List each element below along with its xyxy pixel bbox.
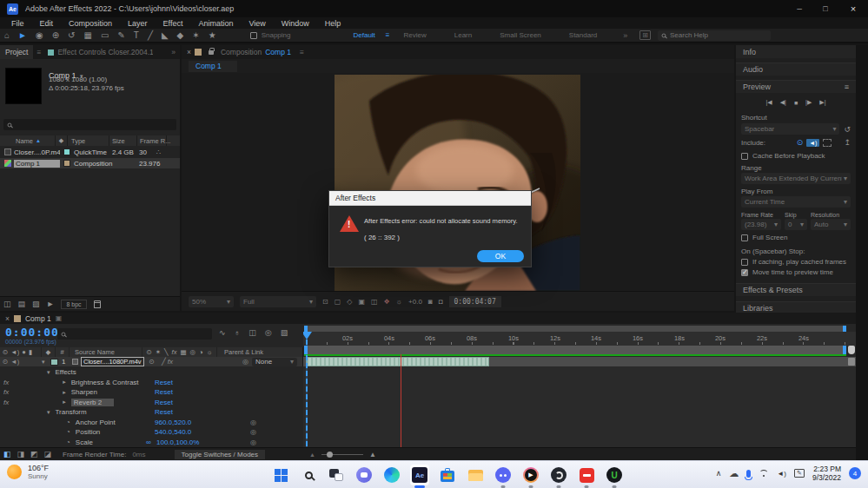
skip-select[interactable]: 0▾ <box>785 219 807 230</box>
project-search-input[interactable] <box>16 121 163 129</box>
rotation-tool-icon[interactable]: ↺ <box>68 28 75 43</box>
interpret-footage-icon[interactable]: ◫ <box>3 300 11 308</box>
effect-row-sharpen[interactable]: fx ▸ Sharpen Reset <box>0 387 303 398</box>
full-screen-checkbox[interactable] <box>741 234 748 241</box>
graph-editor-icon[interactable]: ▧ <box>281 328 288 337</box>
wifi-icon[interactable] <box>759 470 769 478</box>
eraser-tool-icon[interactable]: ◆ <box>177 28 184 43</box>
media-player-icon[interactable]: ▶ <box>521 465 540 485</box>
share-icon[interactable]: ↥ <box>844 138 851 147</box>
exposure-gear-icon[interactable]: ☼ <box>396 298 402 306</box>
tray-chevron-up-icon[interactable]: ∧ <box>716 469 722 478</box>
layer-source-name[interactable]: Closer....1080P.m4v <box>81 357 144 366</box>
blend-modes-icon[interactable]: ◪ <box>44 450 52 458</box>
workspace-review[interactable]: Review <box>404 31 427 39</box>
track-options-icon[interactable] <box>848 358 855 366</box>
help-search[interactable] <box>658 30 771 41</box>
workspace-learn[interactable]: Learn <box>454 31 472 39</box>
workspace-small-screen[interactable]: Small Screen <box>500 31 541 39</box>
home-tool-icon[interactable]: ⌂ <box>4 28 10 43</box>
toggle-switches-button[interactable]: Toggle Switches / Modes <box>175 450 266 459</box>
layer-pickwhip-icon[interactable]: ◎ <box>242 358 248 366</box>
project-row-footage[interactable]: Closer....0P.m4v QuickTime 2.4 GB 30 ∴ <box>0 147 180 157</box>
menu-file[interactable]: File <box>3 19 32 28</box>
work-area-end-handle[interactable] <box>843 326 846 332</box>
expressvpn-icon[interactable] <box>577 465 596 485</box>
composition-cache-icon[interactable]: ◧ <box>3 450 11 458</box>
viewer-subtab[interactable]: Comp 1 <box>189 61 237 72</box>
minimize-button[interactable]: ─ <box>786 5 812 13</box>
pen-input-icon[interactable]: ✎ <box>794 469 805 478</box>
menu-window[interactable]: Window <box>274 19 317 28</box>
viewer-tab-close-icon[interactable]: × <box>187 48 191 56</box>
rotobrush-tool-icon[interactable]: ✶ <box>192 28 199 43</box>
viewer-tab-label[interactable]: Composition <box>221 48 262 56</box>
last-frame-button[interactable]: ▶| <box>819 99 825 106</box>
cache-before-playback-checkbox[interactable] <box>741 153 748 160</box>
motion-blur-icon[interactable]: ◎ <box>265 328 272 337</box>
panel-audio[interactable]: Audio <box>736 63 856 76</box>
layer-row[interactable]: ⊙ ◄) ▾ 1 Closer....1080P.m4v ⊙ ╱ fx ◎ No… <box>0 357 303 366</box>
project-panel-menu-icon[interactable]: ≡ <box>33 48 44 56</box>
parent-select[interactable]: None▾ <box>252 358 297 366</box>
project-flowchart-icon[interactable]: ► <box>47 300 55 308</box>
reset-transform-link[interactable]: Reset <box>155 408 173 416</box>
camera-tool-icon[interactable]: ▦ <box>83 28 91 43</box>
group-chevron-icon[interactable]: ▾ <box>47 409 50 416</box>
zoom-out-mountain-icon[interactable]: ▲ <box>309 452 315 458</box>
col-frame-rate[interactable]: Frame R... <box>140 137 170 145</box>
anchor-point-value[interactable]: 960.0,520.0 <box>155 419 191 426</box>
group-chevron-icon[interactable]: ▾ <box>47 369 50 376</box>
expand-layers-icon[interactable]: ◨ <box>17 450 25 458</box>
pickwhip-icon[interactable]: ◎ <box>250 428 256 436</box>
channel-icon[interactable]: ❖ <box>384 298 390 306</box>
timeline-search-input[interactable] <box>70 330 200 338</box>
obs-icon[interactable] <box>549 465 568 485</box>
row-chevron-icon[interactable]: ▸ <box>63 379 66 386</box>
resolution-preview-select[interactable]: Auto▾ <box>811 219 851 230</box>
maximize-button[interactable]: □ <box>812 4 838 13</box>
layer-duration-bar[interactable] <box>306 357 489 366</box>
comp-mini-flowchart-icon[interactable]: ∿ <box>219 328 226 337</box>
stopwatch-icon[interactable]: ◔ <box>66 419 70 426</box>
timeline-tab-label[interactable]: Comp 1 <box>25 314 51 323</box>
volume-icon[interactable]: ◄) <box>777 470 786 478</box>
tab-overflow-icon[interactable]: » <box>167 48 180 56</box>
first-frame-button[interactable]: |◀ <box>765 99 772 106</box>
transparency-grid-icon[interactable]: ▣ <box>358 298 365 306</box>
include-overlays-icon[interactable] <box>823 139 832 147</box>
puppet-tool-icon[interactable]: ★ <box>209 28 216 43</box>
stopwatch-icon[interactable]: ◔ <box>66 428 70 436</box>
prop-row-scale[interactable]: ◔ Scale ∞ 100.0,100.0% ◎ <box>0 438 303 448</box>
resolution-select[interactable]: Full▾ <box>240 296 316 307</box>
microphone-icon[interactable] <box>746 470 751 478</box>
workspace-overflow-icon[interactable]: » <box>623 31 627 40</box>
play-cached-frames-checkbox[interactable] <box>741 259 748 266</box>
microsoft-store-icon[interactable] <box>438 465 457 485</box>
menu-edit[interactable]: Edit <box>32 19 62 28</box>
hand-tool-icon[interactable]: ◉ <box>36 28 43 43</box>
effect-row-reverb[interactable]: fx ▸ Reverb 2 Reset <box>0 398 303 408</box>
sort-asc-icon[interactable]: ▲ <box>36 138 41 143</box>
row-chevron-icon[interactable]: ▸ <box>63 389 66 396</box>
draft-3d-icon[interactable]: ♁ <box>235 328 241 337</box>
transform-group-row[interactable]: ▾ Transform Reset <box>0 407 303 418</box>
zoom-tool-icon[interactable]: ⊕ <box>52 28 59 43</box>
play-from-select[interactable]: Current Time▾ <box>741 196 851 208</box>
include-audio-icon[interactable]: ◄) <box>806 139 819 147</box>
green-app-icon[interactable]: U <box>605 465 624 485</box>
panel-toggle-icon[interactable]: ⊞ <box>639 30 651 40</box>
zoom-in-mountain-icon[interactable]: ▲ <box>369 451 376 458</box>
shortcut-select[interactable]: Spacebar▾ <box>741 123 839 135</box>
reset-reverb-link[interactable]: Reset <box>155 399 173 406</box>
layer-audio-icon[interactable]: ◄) <box>10 358 19 366</box>
col-type[interactable]: Type <box>71 137 85 145</box>
footage-name[interactable]: Closer....0P.m4v <box>14 148 60 156</box>
prop-row-anchor[interactable]: ◔ Anchor Point 960.0,520.0 ◎ <box>0 418 303 428</box>
region-of-interest-icon[interactable]: ◇ <box>347 298 352 306</box>
zoom-slider-knob[interactable] <box>327 452 333 458</box>
start-button-icon[interactable] <box>271 465 290 485</box>
dialog-title-bar[interactable]: After Effects <box>329 191 531 206</box>
col-name[interactable]: Name <box>16 137 33 145</box>
stopwatch-icon[interactable]: ◔ <box>66 439 70 446</box>
